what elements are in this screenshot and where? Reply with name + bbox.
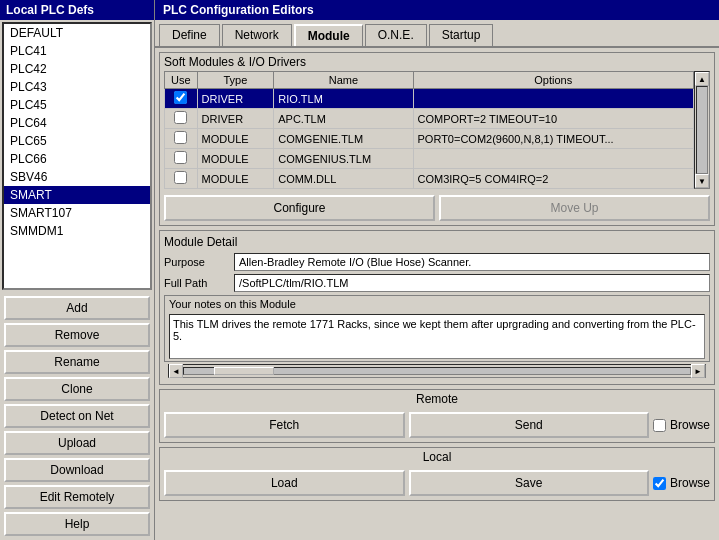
purpose-value: Allen-Bradley Remote I/O (Blue Hose) Sca…	[234, 253, 710, 271]
hscroll-track	[183, 367, 691, 375]
table-row[interactable]: MODULECOMM.DLLCOM3IRQ=5 COM4IRQ=2	[165, 169, 694, 189]
use-cell	[165, 89, 198, 109]
col-options: Options	[413, 72, 693, 89]
type-cell: MODULE	[197, 149, 274, 169]
left-panel: Local PLC Defs DEFAULTPLC41PLC42PLC43PLC…	[0, 0, 155, 540]
right-panel-title: PLC Configuration Editors	[155, 0, 719, 20]
configure-movup-row: Configure Move Up	[160, 191, 714, 225]
clone-button[interactable]: Clone	[4, 377, 150, 401]
options-cell: COM3IRQ=5 COM4IRQ=2	[413, 169, 693, 189]
left-list-item[interactable]: DEFAULT	[4, 24, 150, 42]
load-button[interactable]: Load	[164, 470, 405, 496]
left-list-item[interactable]: PLC45	[4, 96, 150, 114]
remote-browse-label[interactable]: Browse	[670, 418, 710, 432]
type-cell: MODULE	[197, 129, 274, 149]
soft-modules-section: Soft Modules & I/O Drivers Use Type Name…	[159, 52, 715, 226]
notes-text: This TLM drives the remote 1771 Racks, s…	[169, 314, 705, 359]
use-checkbox[interactable]	[174, 111, 187, 124]
move-up-button[interactable]: Move Up	[439, 195, 710, 221]
tab-one[interactable]: O.N.E.	[365, 24, 427, 46]
tab-network[interactable]: Network	[222, 24, 292, 46]
local-browse-area: Browse	[653, 476, 710, 490]
table-row[interactable]: DRIVERAPC.TLMCOMPORT=2 TIMEOUT=10	[165, 109, 694, 129]
left-list-item[interactable]: SMMDM1	[4, 222, 150, 240]
add-button[interactable]: Add	[4, 296, 150, 320]
help-button[interactable]: Help	[4, 512, 150, 536]
table-row[interactable]: MODULECOMGENIE.TLMPORT0=COM2(9600,N,8,1)…	[165, 129, 694, 149]
use-checkbox[interactable]	[174, 151, 187, 164]
left-list-item[interactable]: PLC43	[4, 78, 150, 96]
scroll-down-arrow[interactable]: ▼	[695, 174, 709, 188]
save-button[interactable]: Save	[409, 470, 650, 496]
hscroll-thumb[interactable]	[214, 367, 274, 375]
upload-button[interactable]: Upload	[4, 431, 150, 455]
use-checkbox[interactable]	[174, 171, 187, 184]
local-browse-checkbox[interactable]	[653, 477, 666, 490]
remove-button[interactable]: Remove	[4, 323, 150, 347]
notes-hscrollbar[interactable]: ◄ ►	[168, 364, 706, 378]
remote-browse-checkbox[interactable]	[653, 419, 666, 432]
tab-startup[interactable]: Startup	[429, 24, 494, 46]
scroll-up-arrow[interactable]: ▲	[695, 72, 709, 86]
name-cell: COMGENIUS.TLM	[274, 149, 413, 169]
notes-box: Your notes on this Module This TLM drive…	[164, 295, 710, 362]
purpose-label: Purpose	[164, 256, 234, 268]
right-panel: PLC Configuration Editors DefineNetworkM…	[155, 0, 719, 540]
left-panel-title: Local PLC Defs	[0, 0, 154, 20]
fetch-button[interactable]: Fetch	[164, 412, 405, 438]
table-row[interactable]: DRIVERRIO.TLM	[165, 89, 694, 109]
scroll-right-arrow[interactable]: ►	[691, 364, 705, 378]
left-list-item[interactable]: SBV46	[4, 168, 150, 186]
remote-box: Remote Fetch Send Browse	[159, 389, 715, 443]
local-title: Local	[160, 448, 714, 466]
edit-remotely-button[interactable]: Edit Remotely	[4, 485, 150, 509]
local-browse-label[interactable]: Browse	[670, 476, 710, 490]
left-list-item[interactable]: PLC42	[4, 60, 150, 78]
use-cell	[165, 149, 198, 169]
module-detail-section: Module Detail Purpose Allen-Bradley Remo…	[159, 230, 715, 385]
left-list-item[interactable]: PLC66	[4, 150, 150, 168]
modules-table-outer: Use Type Name Options DRIVERRIO.TLMDRIVE…	[164, 71, 694, 189]
configure-button[interactable]: Configure	[164, 195, 435, 221]
modules-vscrollbar[interactable]: ▲ ▼	[694, 71, 710, 189]
table-row[interactable]: MODULECOMGENIUS.TLM	[165, 149, 694, 169]
use-cell	[165, 169, 198, 189]
scroll-track	[696, 86, 708, 174]
col-name: Name	[274, 72, 413, 89]
download-button[interactable]: Download	[4, 458, 150, 482]
detect-button[interactable]: Detect on Net	[4, 404, 150, 428]
name-cell: RIO.TLM	[274, 89, 413, 109]
use-checkbox[interactable]	[174, 131, 187, 144]
tab-module[interactable]: Module	[294, 24, 363, 46]
col-type: Type	[197, 72, 274, 89]
col-use: Use	[165, 72, 198, 89]
purpose-row: Purpose Allen-Bradley Remote I/O (Blue H…	[164, 253, 710, 271]
modules-table: Use Type Name Options DRIVERRIO.TLMDRIVE…	[164, 71, 694, 189]
options-cell	[413, 89, 693, 109]
scroll-left-arrow[interactable]: ◄	[169, 364, 183, 378]
send-button[interactable]: Send	[409, 412, 650, 438]
use-checkbox[interactable]	[174, 91, 187, 104]
type-cell: DRIVER	[197, 109, 274, 129]
left-list-item[interactable]: SMART107	[4, 204, 150, 222]
name-cell: COMM.DLL	[274, 169, 413, 189]
rename-button[interactable]: Rename	[4, 350, 150, 374]
left-list-item[interactable]: SMART	[4, 186, 150, 204]
use-cell	[165, 109, 198, 129]
soft-modules-title: Soft Modules & I/O Drivers	[160, 53, 714, 71]
left-list-item[interactable]: PLC41	[4, 42, 150, 60]
options-cell: COMPORT=2 TIMEOUT=10	[413, 109, 693, 129]
name-cell: COMGENIE.TLM	[274, 129, 413, 149]
fullpath-row: Full Path /SoftPLC/tlm/RIO.TLM	[164, 274, 710, 292]
left-list-item[interactable]: PLC65	[4, 132, 150, 150]
local-btn-row: Load Save Browse	[160, 466, 714, 500]
tab-define[interactable]: Define	[159, 24, 220, 46]
left-list-item[interactable]: PLC64	[4, 114, 150, 132]
notes-title: Your notes on this Module	[165, 296, 709, 312]
left-list: DEFAULTPLC41PLC42PLC43PLC45PLC64PLC65PLC…	[2, 22, 152, 290]
use-cell	[165, 129, 198, 149]
type-cell: MODULE	[197, 169, 274, 189]
name-cell: APC.TLM	[274, 109, 413, 129]
tabs-row: DefineNetworkModuleO.N.E.Startup	[155, 20, 719, 48]
module-detail-title: Module Detail	[164, 235, 710, 249]
